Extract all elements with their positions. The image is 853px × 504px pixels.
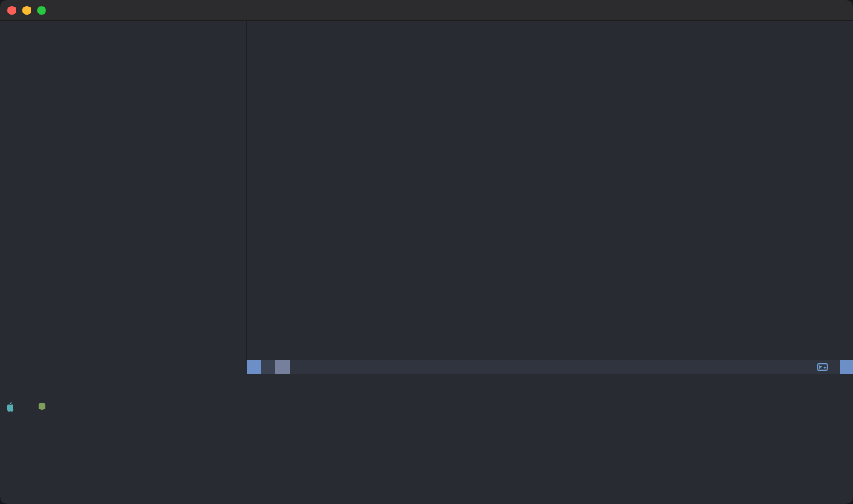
- apple-icon: [5, 401, 14, 412]
- mode-indicator: [247, 360, 261, 374]
- status-row: [0, 360, 853, 374]
- traffic-lights: [0, 6, 46, 15]
- statusline-position: [840, 360, 853, 374]
- zoom-button[interactable]: [37, 6, 46, 15]
- node-icon: [38, 402, 46, 411]
- neo-tree-statusline: [0, 360, 247, 374]
- neo-tree-panel: [0, 21, 247, 360]
- statusline: [247, 360, 853, 374]
- close-button[interactable]: [7, 6, 16, 15]
- prompt-arrow[interactable]: [5, 415, 853, 429]
- statusline-filetype: [810, 360, 840, 374]
- markdown-icon: [817, 363, 828, 371]
- titlebar: [0, 0, 853, 21]
- tmux-pane-shell[interactable]: [0, 387, 853, 485]
- statusline-filepath: [275, 360, 290, 374]
- command-line-message: [0, 374, 853, 387]
- terminal-window: [0, 0, 853, 504]
- statusline-git-info: [261, 360, 275, 374]
- tmux-pane-nvim: [0, 21, 853, 360]
- statusline-spacer: [290, 360, 810, 374]
- editor-pane: [247, 21, 853, 360]
- shell-prompt: [5, 400, 853, 413]
- minimize-button[interactable]: [22, 6, 31, 15]
- tmux-statusbar: [0, 485, 853, 504]
